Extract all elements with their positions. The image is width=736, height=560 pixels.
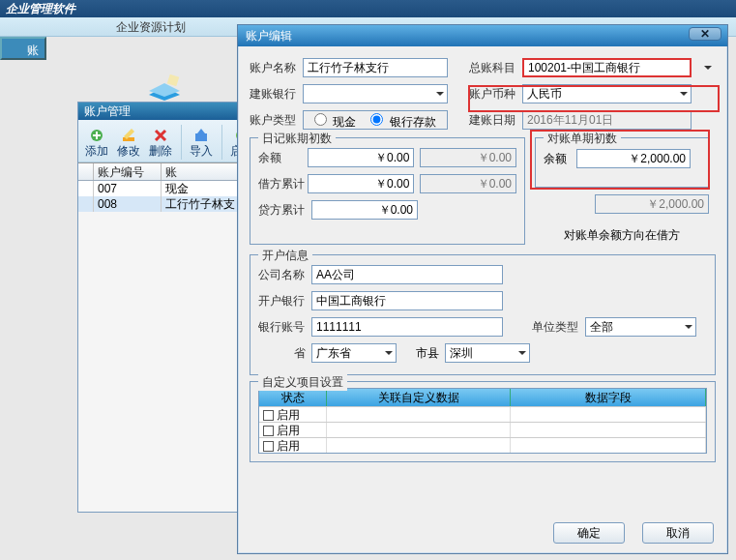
ok-button[interactable]: 确定 <box>553 522 625 544</box>
lbl-gl-subject: 总账科目 <box>469 60 522 76</box>
legend-recon-begin: 对账单期初数 <box>544 131 621 147</box>
lbl-recon-direction: 对账单余额方向在借方 <box>564 227 680 244</box>
custom-row[interactable]: 启用 <box>259 406 706 422</box>
lbl-recon-balance: 余额 <box>544 151 576 167</box>
left-tab-account[interactable]: 账 <box>0 37 46 60</box>
cancel-button[interactable]: 取消 <box>642 522 714 544</box>
lbl-unit-type: 单位类型 <box>532 319 585 336</box>
balance-display <box>420 148 516 167</box>
svg-rect-2 <box>167 74 180 87</box>
legend-journal-begin: 日记账期初数 <box>258 131 336 147</box>
account-manage-window: 账户管理 添加 修改 删除 导入 启用 账户编号 账 007 现金 008 工行… <box>77 102 261 513</box>
account-manage-title: 账户管理 <box>78 103 260 120</box>
svg-rect-6 <box>123 137 134 141</box>
custom-row[interactable]: 启用 <box>259 437 706 453</box>
radio-bank[interactable]: 银行存款 <box>366 110 435 131</box>
cg-col-status: 状态 <box>259 389 327 406</box>
company-input[interactable] <box>311 265 503 284</box>
decorative-book-icon <box>145 68 184 103</box>
bank-acct-input[interactable] <box>311 317 503 337</box>
account-type-group: 现金 银行存款 <box>303 110 448 130</box>
radio-cash[interactable]: 现金 <box>309 110 356 131</box>
toolbar-delete[interactable]: 删除 <box>146 128 174 160</box>
recon-balance-display <box>595 194 709 214</box>
custom-row[interactable]: 启用 <box>259 422 706 437</box>
lbl-province: 省 <box>258 345 311 362</box>
table-row[interactable]: 007 现金 <box>78 181 260 196</box>
unit-type-combo[interactable] <box>585 317 696 337</box>
lbl-bank: 建账银行 <box>250 86 303 103</box>
credit-input[interactable] <box>311 200 418 220</box>
lbl-account-name: 账户名称 <box>250 60 303 76</box>
debit-input[interactable] <box>308 174 414 193</box>
province-combo[interactable] <box>311 343 397 363</box>
open-bank-input[interactable] <box>311 291 503 310</box>
table-row[interactable]: 008 工行竹子林支 <box>78 196 260 212</box>
lbl-account-type: 账户类型 <box>250 112 303 129</box>
legend-open-info: 开户信息 <box>258 248 312 264</box>
debit-display <box>420 174 516 193</box>
toolbar-edit[interactable]: 修改 <box>114 128 142 160</box>
toolbar-import[interactable]: 导入 <box>188 128 216 160</box>
col-account-num[interactable]: 账户编号 <box>94 163 162 180</box>
lbl-bank-acct: 银行账号 <box>258 319 311 336</box>
account-grid: 账户编号 账 007 现金 008 工行竹子林支 <box>78 162 260 212</box>
cg-col-field: 数据字段 <box>511 389 706 406</box>
svg-marker-11 <box>197 129 205 133</box>
currency-combo[interactable] <box>522 84 692 103</box>
account-toolbar: 添加 修改 删除 导入 启用 <box>78 120 260 162</box>
legend-custom: 自定义项目设置 <box>258 374 347 391</box>
checkbox-icon[interactable] <box>263 441 274 452</box>
dialog-title: 账户编辑 <box>246 29 292 43</box>
lbl-build-date: 建账日期 <box>469 112 522 129</box>
app-title: 企业管理软件 <box>6 2 75 15</box>
toolbar-separator <box>181 125 182 160</box>
lbl-company: 公司名称 <box>258 267 311 283</box>
city-combo[interactable] <box>445 343 530 363</box>
account-edit-dialog: 账户编辑 ✕ 账户名称 总账科目 建账银行 账户币种 账户类型 现金 银行存款 <box>237 24 728 554</box>
dialog-titlebar: 账户编辑 ✕ <box>238 25 727 46</box>
lbl-debit: 借方累计 <box>258 176 308 192</box>
recon-balance-input[interactable] <box>576 149 691 168</box>
account-name-input[interactable] <box>303 58 448 77</box>
grid-header: 账户编号 账 <box>78 163 260 181</box>
build-bank-combo[interactable] <box>303 84 448 103</box>
checkbox-icon[interactable] <box>263 410 274 421</box>
close-button[interactable]: ✕ <box>689 27 721 41</box>
lbl-balance: 余额 <box>258 150 308 166</box>
lbl-city: 市县 <box>416 345 445 362</box>
gl-subject-combo[interactable] <box>522 58 692 77</box>
checkbox-icon[interactable] <box>263 426 274 436</box>
balance-input[interactable] <box>308 148 414 167</box>
lbl-currency: 账户币种 <box>469 86 522 103</box>
toolbar-separator <box>221 125 222 160</box>
svg-rect-10 <box>195 133 207 141</box>
svg-rect-5 <box>93 134 101 136</box>
custom-grid: 状态 关联自定义数据 数据字段 启用 启用 启用 <box>258 388 707 454</box>
lbl-credit: 贷方累计 <box>258 202 311 219</box>
build-date-input <box>522 110 692 130</box>
cg-col-rel: 关联自定义数据 <box>327 389 511 406</box>
app-titlebar: 企业管理软件 <box>0 0 736 17</box>
lbl-open-bank: 开户银行 <box>258 293 311 309</box>
toolbar-add[interactable]: 添加 <box>82 128 110 160</box>
